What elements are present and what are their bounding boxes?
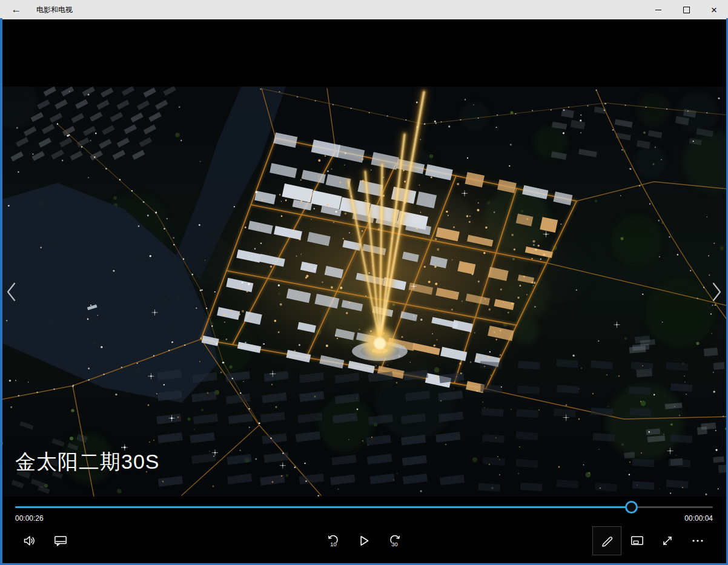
closed-captions-icon <box>53 534 68 548</box>
skip-back-10-icon: 10 <box>326 534 341 548</box>
skip-forward-label: 30 <box>391 541 398 547</box>
previous-video-button[interactable] <box>2 279 21 306</box>
volume-button[interactable] <box>15 526 44 555</box>
closed-captions-button[interactable] <box>46 526 75 555</box>
titlebar: ← 电影和电视 × <box>0 0 728 19</box>
seek-thumb[interactable] <box>625 501 638 514</box>
mini-player-icon <box>630 534 644 548</box>
elapsed-time: 00:00:26 <box>15 514 44 523</box>
window-border-left <box>0 18 2 565</box>
remaining-time: 00:00:04 <box>684 514 713 523</box>
more-options-icon <box>690 534 705 548</box>
volume-icon <box>22 534 37 548</box>
back-button[interactable]: ← <box>2 0 30 19</box>
skip-forward-30-icon: 30 <box>387 534 402 548</box>
center-button-group: 10 30 <box>319 526 409 555</box>
close-icon: × <box>711 5 717 15</box>
skip-back-button[interactable]: 10 <box>319 526 348 555</box>
fullscreen-button[interactable] <box>653 526 682 555</box>
next-video-button[interactable] <box>707 279 726 306</box>
playback-controls: 00:00:26 00:00:04 <box>0 497 728 565</box>
skip-back-label: 10 <box>330 541 337 547</box>
maximize-button[interactable] <box>672 0 700 19</box>
chevron-left-icon <box>4 279 19 305</box>
minimize-icon <box>655 10 661 10</box>
movies-tv-window: ← 电影和电视 × <box>0 0 728 565</box>
pen-icon <box>600 534 614 548</box>
seek-bar[interactable] <box>15 503 713 512</box>
time-labels: 00:00:26 00:00:04 <box>15 514 713 523</box>
video-stage[interactable]: 金太阳二期30S 00:00:26 00:00:04 <box>0 19 728 565</box>
play-button[interactable] <box>349 526 379 555</box>
back-icon: ← <box>12 4 22 15</box>
skip-forward-button[interactable]: 30 <box>380 526 409 555</box>
maximize-icon <box>683 7 690 13</box>
minimize-button[interactable] <box>644 0 672 19</box>
seek-track <box>15 506 713 508</box>
player-buttons: 10 30 <box>0 526 728 555</box>
play-icon <box>357 534 371 548</box>
edit-pen-button[interactable] <box>592 526 621 555</box>
close-button[interactable]: × <box>700 0 728 19</box>
fullscreen-icon <box>660 534 675 548</box>
mini-player-button[interactable] <box>623 526 652 555</box>
chevron-right-icon <box>709 279 724 305</box>
right-button-group <box>592 526 712 555</box>
more-options-button[interactable] <box>683 526 712 555</box>
app-title: 电影和电视 <box>36 5 73 15</box>
video-title-overlay: 金太阳二期30S <box>15 448 160 476</box>
left-button-group <box>15 526 75 555</box>
window-controls: × <box>644 0 728 19</box>
progress-fill <box>15 506 631 508</box>
video-frame <box>0 87 728 497</box>
